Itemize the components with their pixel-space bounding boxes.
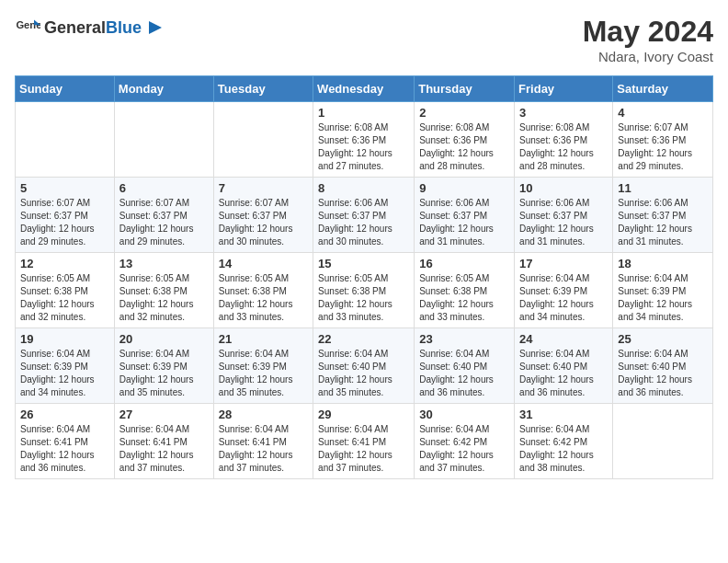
title-block: May 2024 Ndara, Ivory Coast: [583, 15, 713, 64]
day-info: Sunrise: 6:05 AM Sunset: 6:38 PM Dayligh…: [119, 272, 209, 324]
day-number: 8: [318, 181, 409, 195]
day-number: 1: [318, 106, 409, 120]
calendar-cell: 8Sunrise: 6:06 AM Sunset: 6:37 PM Daylig…: [313, 178, 415, 253]
day-number: 19: [20, 332, 109, 346]
day-info: Sunrise: 6:08 AM Sunset: 6:36 PM Dayligh…: [519, 121, 608, 173]
calendar-cell: 30Sunrise: 6:04 AM Sunset: 6:42 PM Dayli…: [415, 404, 515, 479]
day-number: 30: [419, 408, 509, 421]
calendar-cell: 11Sunrise: 6:06 AM Sunset: 6:37 PM Dayli…: [613, 178, 713, 253]
day-info: Sunrise: 6:07 AM Sunset: 6:37 PM Dayligh…: [119, 197, 209, 248]
month-year: May 2024: [583, 15, 713, 49]
calendar-header-wednesday: Wednesday: [313, 76, 415, 102]
calendar-cell: 16Sunrise: 6:05 AM Sunset: 6:38 PM Dayli…: [415, 253, 515, 328]
calendar-cell: 24Sunrise: 6:04 AM Sunset: 6:40 PM Dayli…: [515, 328, 613, 404]
day-info: Sunrise: 6:06 AM Sunset: 6:37 PM Dayligh…: [618, 197, 708, 248]
day-number: 14: [219, 257, 308, 270]
day-info: Sunrise: 6:04 AM Sunset: 6:40 PM Dayligh…: [618, 348, 708, 399]
day-info: Sunrise: 6:04 AM Sunset: 6:39 PM Dayligh…: [618, 272, 708, 324]
calendar-cell: 25Sunrise: 6:04 AM Sunset: 6:40 PM Dayli…: [613, 328, 713, 404]
day-info: Sunrise: 6:05 AM Sunset: 6:38 PM Dayligh…: [219, 272, 308, 324]
calendar-header-saturday: Saturday: [613, 76, 713, 102]
day-number: 7: [219, 181, 308, 195]
calendar-cell: 13Sunrise: 6:05 AM Sunset: 6:38 PM Dayli…: [114, 253, 213, 328]
day-number: 10: [519, 181, 608, 195]
calendar-cell: 7Sunrise: 6:07 AM Sunset: 6:37 PM Daylig…: [213, 178, 313, 253]
day-info: Sunrise: 6:06 AM Sunset: 6:37 PM Dayligh…: [318, 197, 409, 248]
day-info: Sunrise: 6:04 AM Sunset: 6:39 PM Dayligh…: [119, 348, 209, 399]
day-number: 9: [419, 181, 509, 195]
day-info: Sunrise: 6:06 AM Sunset: 6:37 PM Dayligh…: [519, 197, 608, 248]
calendar-header-friday: Friday: [515, 76, 613, 102]
day-info: Sunrise: 6:04 AM Sunset: 6:41 PM Dayligh…: [20, 423, 109, 475]
logo-icon: General: [15, 15, 40, 40]
calendar-cell: 21Sunrise: 6:04 AM Sunset: 6:39 PM Dayli…: [213, 328, 313, 404]
day-info: Sunrise: 6:04 AM Sunset: 6:42 PM Dayligh…: [419, 423, 509, 475]
calendar-cell: 18Sunrise: 6:04 AM Sunset: 6:39 PM Dayli…: [613, 253, 713, 328]
day-info: Sunrise: 6:04 AM Sunset: 6:41 PM Dayligh…: [119, 423, 209, 475]
calendar-cell: 12Sunrise: 6:05 AM Sunset: 6:38 PM Dayli…: [16, 253, 115, 328]
day-info: Sunrise: 6:04 AM Sunset: 6:41 PM Dayligh…: [219, 423, 308, 475]
calendar-cell: 31Sunrise: 6:04 AM Sunset: 6:42 PM Dayli…: [515, 404, 613, 479]
calendar-cell: 26Sunrise: 6:04 AM Sunset: 6:41 PM Dayli…: [16, 404, 115, 479]
calendar-cell: 9Sunrise: 6:06 AM Sunset: 6:37 PM Daylig…: [415, 178, 515, 253]
day-number: 3: [519, 106, 608, 120]
calendar-cell: 15Sunrise: 6:05 AM Sunset: 6:38 PM Dayli…: [313, 253, 415, 328]
day-info: Sunrise: 6:06 AM Sunset: 6:37 PM Dayligh…: [419, 197, 509, 248]
calendar-cell: 10Sunrise: 6:06 AM Sunset: 6:37 PM Dayli…: [515, 178, 613, 253]
calendar-cell: [114, 102, 213, 178]
logo: General GeneralBlue: [15, 15, 165, 40]
day-info: Sunrise: 6:04 AM Sunset: 6:39 PM Dayligh…: [219, 348, 308, 399]
calendar-cell: 22Sunrise: 6:04 AM Sunset: 6:40 PM Dayli…: [313, 328, 415, 404]
day-info: Sunrise: 6:07 AM Sunset: 6:36 PM Dayligh…: [618, 121, 708, 173]
page-header: General GeneralBlue May 2024 Ndara, Ivor…: [15, 15, 713, 64]
day-number: 26: [20, 408, 109, 421]
logo-blue: Blue: [106, 18, 142, 37]
day-number: 27: [119, 408, 209, 421]
day-number: 2: [419, 106, 509, 120]
calendar-cell: [213, 102, 313, 178]
svg-text:General: General: [16, 19, 40, 30]
calendar-cell: 19Sunrise: 6:04 AM Sunset: 6:39 PM Dayli…: [16, 328, 115, 404]
calendar-week-row: 12Sunrise: 6:05 AM Sunset: 6:38 PM Dayli…: [16, 253, 713, 328]
day-info: Sunrise: 6:08 AM Sunset: 6:36 PM Dayligh…: [419, 121, 509, 173]
day-number: 15: [318, 257, 409, 270]
calendar-cell: 17Sunrise: 6:04 AM Sunset: 6:39 PM Dayli…: [515, 253, 613, 328]
calendar-header-sunday: Sunday: [16, 76, 115, 102]
calendar-week-row: 19Sunrise: 6:04 AM Sunset: 6:39 PM Dayli…: [16, 328, 713, 404]
logo-general: General: [44, 18, 106, 37]
calendar-week-row: 26Sunrise: 6:04 AM Sunset: 6:41 PM Dayli…: [16, 404, 713, 479]
calendar-cell: 1Sunrise: 6:08 AM Sunset: 6:36 PM Daylig…: [313, 102, 415, 178]
calendar-week-row: 1Sunrise: 6:08 AM Sunset: 6:36 PM Daylig…: [16, 102, 713, 178]
calendar-week-row: 5Sunrise: 6:07 AM Sunset: 6:37 PM Daylig…: [16, 178, 713, 253]
day-info: Sunrise: 6:05 AM Sunset: 6:38 PM Dayligh…: [419, 272, 509, 324]
calendar-cell: 14Sunrise: 6:05 AM Sunset: 6:38 PM Dayli…: [213, 253, 313, 328]
day-info: Sunrise: 6:04 AM Sunset: 6:41 PM Dayligh…: [318, 423, 409, 475]
day-number: 16: [419, 257, 509, 270]
day-number: 5: [20, 181, 109, 195]
calendar-cell: 20Sunrise: 6:04 AM Sunset: 6:39 PM Dayli…: [114, 328, 213, 404]
day-number: 23: [419, 332, 509, 346]
day-number: 31: [519, 408, 608, 421]
day-number: 25: [618, 332, 708, 346]
calendar-header-tuesday: Tuesday: [213, 76, 313, 102]
calendar-cell: 2Sunrise: 6:08 AM Sunset: 6:36 PM Daylig…: [415, 102, 515, 178]
day-number: 22: [318, 332, 409, 346]
calendar-cell: 23Sunrise: 6:04 AM Sunset: 6:40 PM Dayli…: [415, 328, 515, 404]
day-number: 21: [219, 332, 308, 346]
day-info: Sunrise: 6:07 AM Sunset: 6:37 PM Dayligh…: [219, 197, 308, 248]
day-number: 11: [618, 181, 708, 195]
calendar-table: SundayMondayTuesdayWednesdayThursdayFrid…: [15, 75, 713, 479]
calendar-cell: 3Sunrise: 6:08 AM Sunset: 6:36 PM Daylig…: [515, 102, 613, 178]
day-info: Sunrise: 6:04 AM Sunset: 6:42 PM Dayligh…: [519, 423, 608, 475]
day-info: Sunrise: 6:04 AM Sunset: 6:40 PM Dayligh…: [419, 348, 509, 399]
day-number: 12: [20, 257, 109, 270]
calendar-cell: 4Sunrise: 6:07 AM Sunset: 6:36 PM Daylig…: [613, 102, 713, 178]
day-info: Sunrise: 6:07 AM Sunset: 6:37 PM Dayligh…: [20, 197, 109, 248]
day-number: 29: [318, 408, 409, 421]
day-number: 18: [618, 257, 708, 270]
calendar-cell: [16, 102, 115, 178]
day-number: 24: [519, 332, 608, 346]
calendar-cell: 5Sunrise: 6:07 AM Sunset: 6:37 PM Daylig…: [16, 178, 115, 253]
day-info: Sunrise: 6:04 AM Sunset: 6:40 PM Dayligh…: [519, 348, 608, 399]
day-number: 17: [519, 257, 608, 270]
